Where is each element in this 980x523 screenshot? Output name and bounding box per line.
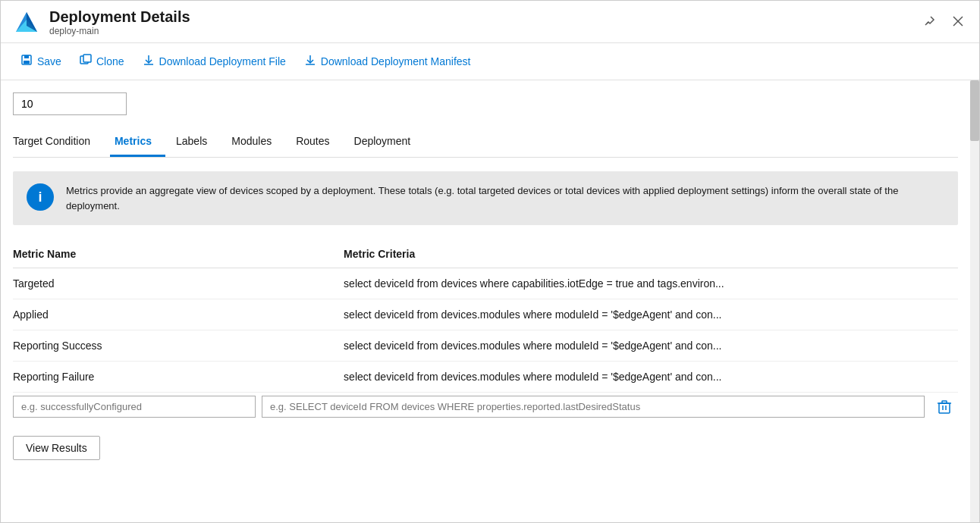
info-banner: i Metrics provide an aggregate view of d… bbox=[13, 171, 958, 225]
new-metric-name-input[interactable] bbox=[13, 396, 256, 418]
title-controls bbox=[920, 14, 967, 32]
app-logo bbox=[13, 9, 40, 36]
tab-target-condition[interactable]: Target Condition bbox=[13, 127, 104, 157]
table-row: Reporting Success select deviceId from d… bbox=[13, 330, 958, 362]
clone-icon bbox=[80, 54, 92, 69]
clone-label: Clone bbox=[96, 55, 124, 67]
metric-name-cell: Applied bbox=[13, 299, 344, 330]
col-metric-name-header: Metric Name bbox=[13, 240, 344, 268]
metric-criteria-cell: select deviceId from devices.modules whe… bbox=[344, 362, 958, 393]
content-area: Target Condition Metrics Labels Modules … bbox=[1, 80, 979, 522]
table-row: Targeted select deviceId from devices wh… bbox=[13, 268, 958, 299]
col-metric-criteria-header: Metric Criteria bbox=[344, 240, 958, 268]
metrics-table: Metric Name Metric Criteria Targeted sel… bbox=[13, 240, 958, 393]
tab-routes[interactable]: Routes bbox=[291, 127, 343, 157]
title-left: Deployment Details deploy-main bbox=[13, 8, 190, 36]
metric-name-cell: Reporting Failure bbox=[13, 362, 344, 393]
tab-labels[interactable]: Labels bbox=[171, 127, 221, 157]
save-label: Save bbox=[37, 55, 61, 67]
svg-rect-15 bbox=[939, 403, 950, 413]
metric-name-cell: Targeted bbox=[13, 268, 344, 299]
tab-deployment[interactable]: Deployment bbox=[350, 127, 425, 157]
clone-button[interactable]: Clone bbox=[72, 49, 132, 74]
metric-criteria-cell: select deviceId from devices where capab… bbox=[344, 268, 958, 299]
table-header-row: Metric Name Metric Criteria bbox=[13, 240, 958, 268]
metric-name-cell: Reporting Success bbox=[13, 330, 344, 362]
table-row: Reporting Failure select deviceId from d… bbox=[13, 362, 958, 393]
svg-rect-10 bbox=[83, 55, 91, 62]
new-metric-row bbox=[13, 396, 958, 418]
download-manifest-icon bbox=[304, 54, 316, 69]
download-manifest-button[interactable]: Download Deployment Manifest bbox=[297, 49, 479, 74]
svg-rect-19 bbox=[942, 401, 947, 403]
download-file-icon bbox=[143, 54, 155, 69]
priority-input[interactable] bbox=[13, 92, 127, 115]
download-manifest-label: Download Deployment Manifest bbox=[321, 55, 471, 67]
main-window: Deployment Details deploy-main bbox=[0, 0, 980, 523]
svg-rect-8 bbox=[24, 61, 30, 64]
download-file-button[interactable]: Download Deployment File bbox=[135, 49, 294, 74]
scrollbar-track[interactable] bbox=[970, 80, 979, 522]
priority-section bbox=[13, 80, 958, 121]
save-button[interactable]: Save bbox=[13, 49, 69, 74]
title-bar: Deployment Details deploy-main bbox=[1, 1, 979, 43]
tabs-bar: Target Condition Metrics Labels Modules … bbox=[13, 121, 958, 158]
info-banner-text: Metrics provide an aggregate view of dev… bbox=[66, 183, 944, 213]
scrollbar-thumb[interactable] bbox=[970, 80, 979, 141]
window-subtitle: deploy-main bbox=[49, 26, 190, 36]
tab-modules[interactable]: Modules bbox=[227, 127, 285, 157]
window-title: Deployment Details bbox=[49, 8, 190, 26]
toolbar: Save Clone Download Deployment File bbox=[1, 43, 979, 80]
svg-line-3 bbox=[927, 22, 928, 23]
table-row: Applied select deviceId from devices.mod… bbox=[13, 299, 958, 330]
download-file-label: Download Deployment File bbox=[159, 55, 286, 67]
title-text: Deployment Details deploy-main bbox=[49, 8, 190, 36]
new-metric-criteria-input[interactable] bbox=[262, 396, 925, 418]
save-icon bbox=[20, 54, 33, 69]
delete-metric-button[interactable] bbox=[931, 396, 958, 418]
view-results-button[interactable]: View Results bbox=[13, 436, 100, 460]
info-icon: i bbox=[27, 183, 54, 211]
tab-metrics[interactable]: Metrics bbox=[110, 127, 165, 157]
metric-criteria-cell: select deviceId from devices.modules whe… bbox=[344, 299, 958, 330]
metric-criteria-cell: select deviceId from devices.modules whe… bbox=[344, 330, 958, 362]
pin-button[interactable] bbox=[920, 14, 938, 32]
content-inner: Target Condition Metrics Labels Modules … bbox=[1, 80, 970, 475]
svg-rect-7 bbox=[24, 55, 29, 58]
close-button[interactable] bbox=[949, 14, 967, 32]
